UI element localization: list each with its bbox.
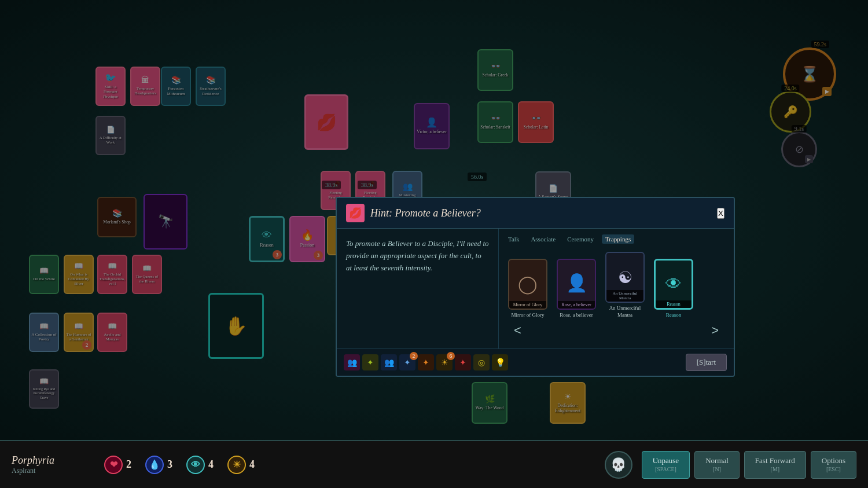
modal-card-mantra[interactable]: ☯ An Unmerciful Mantra An Unmerciful Man… bbox=[604, 252, 646, 318]
modal-cards-area: Talk Associate Ceremony Trappings ◯ Mirr… bbox=[499, 229, 734, 348]
modal-prev-button[interactable]: < bbox=[514, 323, 521, 338]
player-name: Porphyria bbox=[12, 454, 81, 467]
stat-passion: 💧 3 bbox=[145, 456, 172, 474]
bottom-icon-5: ☀ 6 bbox=[436, 354, 453, 370]
options-button[interactable]: Options [ESC] bbox=[811, 451, 856, 479]
tab-talk[interactable]: Talk bbox=[505, 234, 523, 244]
start-button[interactable]: [S]tart bbox=[686, 354, 727, 371]
modal-title-icon: 💋 bbox=[346, 204, 365, 222]
bottom-icon-4: ✦ bbox=[418, 354, 434, 370]
bottom-icon-0: 👥 bbox=[344, 354, 360, 370]
player-title: Aspirant bbox=[12, 467, 81, 475]
tab-ceremony[interactable]: Ceremony bbox=[564, 234, 597, 244]
player-info: Porphyria Aspirant bbox=[12, 454, 81, 475]
modal-card-rose[interactable]: 👤 Rose, a believer Rose, a believer bbox=[556, 259, 597, 319]
stat-health: ❤ 2 bbox=[104, 456, 131, 474]
fast-forward-button[interactable]: Fast Forward [M] bbox=[744, 451, 806, 479]
modal-tabs: Talk Associate Ceremony Trappings bbox=[505, 234, 728, 244]
hint-modal: 💋 Hint: Promote a Believer? X To promote… bbox=[336, 197, 735, 377]
modal-bottom-icons: 👥 ✦ 👥 ✦ 2 ✦ ☀ 6 ✦ ◎ 💡 bbox=[344, 354, 508, 370]
modal-cards-row: ◯ Mirror of Glory Mirror of Glory 👤 Rose… bbox=[505, 249, 728, 321]
tab-associate[interactable]: Associate bbox=[527, 234, 559, 244]
modal-header: 💋 Hint: Promote a Believer? X bbox=[337, 198, 734, 229]
modal-close-button[interactable]: X bbox=[717, 208, 724, 219]
bottom-buttons: 💀 Unpause [SPACE] Normal [N] Fast Forwar… bbox=[605, 451, 856, 479]
bottom-icon-7: ◎ bbox=[473, 354, 490, 370]
modal-nav: < > bbox=[505, 321, 728, 343]
bottom-stats: ❤ 2 💧 3 👁 4 ☀ 4 bbox=[104, 456, 255, 474]
modal-card-mirror[interactable]: ◯ Mirror of Glory Mirror of Glory bbox=[507, 259, 549, 319]
stat-reason: 👁 4 bbox=[186, 456, 214, 474]
stat-funds: ☀ 4 bbox=[227, 456, 255, 474]
bottom-icon-2: 👥 bbox=[381, 354, 397, 370]
modal-bottom: 👥 ✦ 👥 ✦ 2 ✦ ☀ 6 ✦ ◎ 💡 [S]tart bbox=[337, 348, 734, 376]
unpause-button[interactable]: Unpause [SPACE] bbox=[642, 451, 690, 479]
modal-description: To promote a Believer to a Disciple, I'l… bbox=[337, 229, 499, 348]
modal-card-reason[interactable]: 👁 Reason Reason bbox=[653, 259, 694, 319]
bottom-icon-1: ✦ bbox=[362, 354, 378, 370]
skull-button[interactable]: 💀 bbox=[605, 451, 632, 479]
game-board: 🐦 Skill: a Stronger Physique 🏛 Temporary… bbox=[0, 0, 868, 440]
bottom-icon-8: 💡 bbox=[492, 354, 508, 370]
bottom-icon-3: ✦ 2 bbox=[399, 354, 415, 370]
modal-body: To promote a Believer to a Disciple, I'l… bbox=[337, 229, 734, 348]
tab-trappings[interactable]: Trappings bbox=[602, 234, 634, 244]
modal-next-button[interactable]: > bbox=[711, 323, 719, 338]
bottom-icon-6: ✦ bbox=[455, 354, 471, 370]
normal-button[interactable]: Normal [N] bbox=[694, 451, 740, 479]
bottom-bar: Porphyria Aspirant ❤ 2 💧 3 👁 4 ☀ 4 bbox=[0, 440, 868, 488]
modal-title: Hint: Promote a Believer? bbox=[370, 207, 711, 219]
